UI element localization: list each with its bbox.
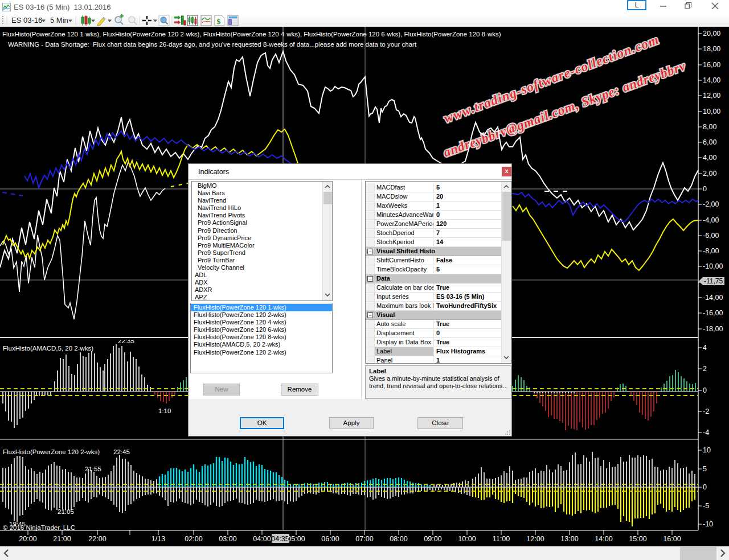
svg-text:02:00: 02:00 [185,535,202,543]
svg-text:-18,00: -18,00 [703,325,723,333]
svg-text:© 2016 NinjaTrader, LLC: © 2016 NinjaTrader, LLC [3,524,75,531]
svg-text:08:00: 08:00 [390,535,407,543]
svg-text:1/13: 1/13 [151,535,165,543]
svg-text:-2: -2 [703,407,709,415]
svg-text:5 Min: 5 Min [50,16,68,24]
svg-text:-6,00: -6,00 [703,232,719,240]
svg-text:-10,00: -10,00 [703,262,723,270]
svg-text:11:00: 11:00 [493,535,510,543]
svg-text:03:00: 03:00 [219,535,236,543]
svg-text:1:10: 1:10 [158,407,171,414]
svg-text:WARNING - Data Shortage: Flux: WARNING - Data Shortage: Flux chart data… [8,41,417,48]
svg-text:-8,00: -8,00 [703,247,719,255]
svg-text:2: 2 [703,365,707,373]
svg-text:FluxHisto(AMACD,5, 20 2-wks): FluxHisto(AMACD,5, 20 2-wks) [3,345,93,352]
svg-text:22:00: 22:00 [88,535,106,543]
svg-text:FluxHisto(PowerZone 120 1-wks): FluxHisto(PowerZone 120 1-wks), FluxHist… [2,31,501,38]
svg-text:20,00: 20,00 [703,30,720,38]
svg-text:FluxHisto(PowerZone 120 2-wks): FluxHisto(PowerZone 120 2-wks) [3,448,100,455]
svg-text:$: $ [217,17,221,26]
svg-text:0: 0 [703,386,707,394]
svg-text:-5: -5 [703,502,709,510]
svg-text:ES 03-16: ES 03-16 [11,16,42,24]
svg-text:-14,00: -14,00 [703,294,723,302]
svg-text:05:00: 05:00 [287,535,305,543]
svg-text:4,00: 4,00 [703,154,716,162]
svg-text:10:00: 10:00 [458,535,476,543]
svg-text:10,00: 10,00 [703,108,720,116]
svg-text:04:35: 04:35 [271,535,289,543]
svg-text:4: 4 [703,344,707,352]
svg-text:0: 0 [703,185,707,193]
svg-text:21:00: 21:00 [53,535,71,543]
svg-text:16,00: 16,00 [703,61,720,69]
svg-text:09:00: 09:00 [424,535,441,543]
svg-text:-4: -4 [703,429,709,437]
svg-text:16:00: 16:00 [663,535,681,543]
svg-text:21:05: 21:05 [58,508,74,515]
svg-text:5: 5 [703,465,707,473]
svg-text:8,00: 8,00 [703,123,716,131]
svg-text:14:00: 14:00 [595,535,612,543]
svg-text:2,00: 2,00 [703,170,716,178]
svg-text:-16,00: -16,00 [703,309,723,317]
svg-text:6,00: 6,00 [703,138,716,146]
svg-text:04:00: 04:00 [253,535,271,543]
svg-text:15:00: 15:00 [629,535,646,543]
svg-text:18,00: 18,00 [703,45,720,53]
svg-text:-2,00: -2,00 [703,200,719,208]
svg-text:-10: -10 [703,520,713,528]
svg-text:07:00: 07:00 [355,535,373,543]
svg-text:-4,00: -4,00 [703,216,719,224]
svg-text:20:00: 20:00 [19,535,36,543]
svg-text:-11,75: -11,75 [704,277,723,285]
svg-text:14,00: 14,00 [703,76,720,84]
svg-text:22:45: 22:45 [113,448,130,455]
svg-text:13:00: 13:00 [560,535,578,543]
svg-text:12:00: 12:00 [526,535,544,543]
svg-text:21:55: 21:55 [85,466,101,472]
svg-text:0: 0 [703,483,707,491]
svg-text:10: 10 [703,446,711,454]
svg-text:06:00: 06:00 [321,535,339,543]
svg-text:12,00: 12,00 [703,92,720,100]
